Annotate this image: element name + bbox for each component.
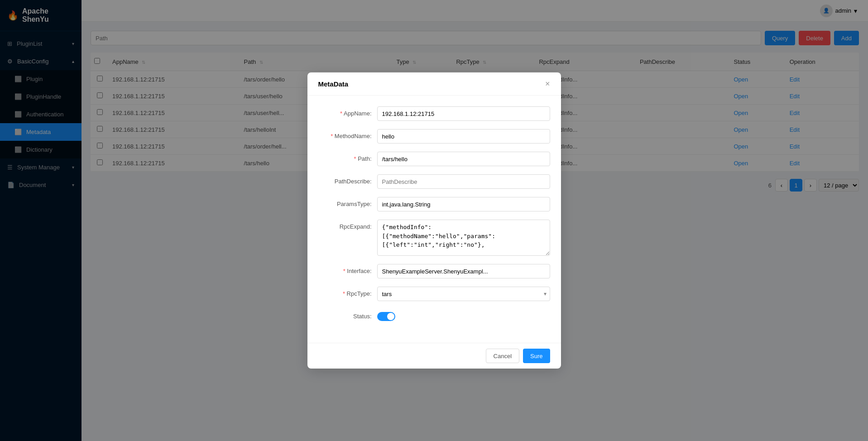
rpc-expand-label: RpcExpand: (318, 220, 377, 234)
rpc-type-select[interactable]: tars http dubbo grpc (377, 287, 550, 301)
path-describe-input[interactable] (377, 174, 550, 189)
toggle-slider (377, 312, 395, 321)
method-name-label: MethodName: (318, 129, 377, 144)
metadata-modal: MetaData × AppName: MethodName: Path: Pa… (307, 72, 561, 369)
modal-overlay: MetaData × AppName: MethodName: Path: Pa… (0, 0, 868, 441)
path-label: Path: (318, 152, 377, 166)
rpc-expand-textarea[interactable] (377, 220, 550, 256)
form-row-method-name: MethodName: (318, 129, 550, 144)
modal-footer: Cancel Sure (307, 343, 561, 369)
form-row-interface: Interface: (318, 264, 550, 278)
modal-header: MetaData × (307, 72, 561, 96)
path-input[interactable] (377, 152, 550, 166)
modal-close-button[interactable]: × (545, 80, 550, 88)
modal-body: AppName: MethodName: Path: PathDescribe:… (307, 96, 561, 343)
rpc-type-label: RpcType: (318, 287, 377, 301)
status-label: Status: (318, 309, 377, 324)
rpc-type-select-wrap: tars http dubbo grpc ▾ (377, 287, 550, 301)
form-row-params-type: ParamsType: (318, 197, 550, 211)
params-type-input[interactable] (377, 197, 550, 211)
params-type-label: ParamsType: (318, 197, 377, 211)
form-row-path: Path: (318, 152, 550, 166)
form-row-rpc-type: RpcType: tars http dubbo grpc ▾ (318, 287, 550, 301)
modal-title: MetaData (318, 80, 349, 88)
path-describe-label: PathDescribe: (318, 174, 377, 189)
sure-button[interactable]: Sure (523, 349, 550, 363)
interface-label: Interface: (318, 264, 377, 278)
app-name-label: AppName: (318, 106, 377, 121)
form-row-status: Status: (318, 309, 550, 324)
form-row-path-describe: PathDescribe: (318, 174, 550, 189)
app-name-input[interactable] (377, 106, 550, 121)
cancel-button[interactable]: Cancel (486, 349, 519, 363)
status-toggle[interactable] (377, 312, 395, 321)
form-row-app-name: AppName: (318, 106, 550, 121)
form-row-rpc-expand: RpcExpand: (318, 220, 550, 256)
interface-input[interactable] (377, 264, 550, 278)
status-toggle-wrap (377, 309, 395, 324)
method-name-input[interactable] (377, 129, 550, 144)
